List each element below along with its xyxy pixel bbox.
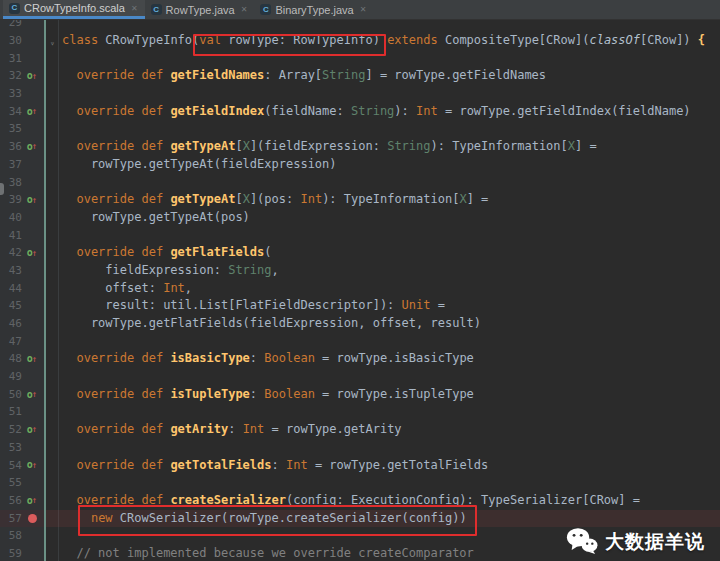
gutter[interactable]: 57: [0, 510, 44, 528]
breakpoint-icon[interactable]: [22, 514, 42, 523]
override-marker-icon[interactable]: o↑: [22, 460, 42, 470]
override-marker-icon[interactable]: o↑: [22, 71, 42, 81]
override-marker-icon[interactable]: o↑: [22, 354, 42, 364]
code-text[interactable]: override def getFieldIndex(fieldName: St…: [46, 103, 720, 121]
line-number[interactable]: 35: [0, 120, 22, 138]
override-marker-icon[interactable]: o↑: [22, 390, 42, 400]
line-number[interactable]: 32: [0, 67, 22, 85]
code-text[interactable]: [46, 403, 720, 421]
override-marker-icon[interactable]: o↑: [22, 107, 42, 117]
line-number[interactable]: 52: [0, 421, 22, 439]
gutter[interactable]: 40: [0, 209, 44, 227]
code-text[interactable]: [46, 439, 720, 457]
gutter[interactable]: 34o↑: [0, 103, 44, 121]
gutter[interactable]: 43: [0, 262, 44, 280]
line-number[interactable]: 45: [0, 297, 22, 315]
gutter[interactable]: 58: [0, 527, 44, 545]
gutter[interactable]: 47: [0, 333, 44, 351]
line-number[interactable]: 50: [0, 386, 22, 404]
gutter[interactable]: 51: [0, 403, 44, 421]
gutter[interactable]: 54o↑: [0, 457, 44, 475]
close-icon[interactable]: ✕: [131, 4, 138, 13]
line-number[interactable]: 34: [0, 103, 22, 121]
code-text[interactable]: [46, 50, 720, 68]
code-text[interactable]: override def getFieldNames: Array[String…: [46, 67, 720, 85]
tab-rowtype-java[interactable]: CRowType.java✕: [145, 0, 255, 19]
code-text[interactable]: override def getTypeAt[X](pos: Int): Typ…: [46, 191, 720, 209]
line-number[interactable]: 33: [0, 85, 22, 103]
gutter[interactable]: 31: [0, 50, 44, 68]
line-number[interactable]: 29: [0, 20, 22, 32]
code-text[interactable]: override def createSerializer(config: Ex…: [46, 492, 720, 510]
gutter[interactable]: 35: [0, 120, 44, 138]
gutter[interactable]: 39o↑: [0, 191, 44, 209]
line-number[interactable]: 55: [0, 474, 22, 492]
tab-crowtypeinfo-scala[interactable]: CCRowTypeInfo.scala✕: [3, 0, 145, 19]
gutter[interactable]: 59: [0, 545, 44, 561]
line-number[interactable]: 47: [0, 333, 22, 351]
gutter[interactable]: 37: [0, 156, 44, 174]
gutter[interactable]: 45: [0, 297, 44, 315]
gutter[interactable]: 49: [0, 368, 44, 386]
line-number[interactable]: 31: [0, 50, 22, 68]
close-icon[interactable]: ✕: [241, 5, 248, 14]
gutter[interactable]: 53: [0, 439, 44, 457]
code-text[interactable]: override def isBasicType: Boolean = rowT…: [46, 350, 720, 368]
line-number[interactable]: 36: [0, 138, 22, 156]
line-number[interactable]: 56: [0, 492, 22, 510]
gutter[interactable]: 38: [0, 174, 44, 192]
code-text[interactable]: offset: Int,: [46, 280, 720, 298]
gutter[interactable]: 46: [0, 315, 44, 333]
code-text[interactable]: rowType.getFlatFields(fieldExpression, o…: [46, 315, 720, 333]
code-text[interactable]: override def getTypeAt[X](fieldExpressio…: [46, 138, 720, 156]
line-number[interactable]: 41: [0, 227, 22, 245]
gutter[interactable]: 50o↑: [0, 386, 44, 404]
line-number[interactable]: 44: [0, 280, 22, 298]
gutter[interactable]: 41: [0, 227, 44, 245]
code-text[interactable]: override def getFlatFields(: [46, 244, 720, 262]
gutter[interactable]: 42o↑: [0, 244, 44, 262]
code-text[interactable]: override def isTupleType: Boolean = rowT…: [46, 386, 720, 404]
code-text[interactable]: [46, 174, 720, 192]
code-text[interactable]: [46, 474, 720, 492]
gutter[interactable]: 48o↑: [0, 350, 44, 368]
gutter[interactable]: 52o↑: [0, 421, 44, 439]
tab-binarytype-java[interactable]: CBinaryType.java✕: [254, 0, 373, 19]
line-number[interactable]: 59: [0, 545, 22, 561]
line-number[interactable]: 54: [0, 457, 22, 475]
gutter[interactable]: 56o↑: [0, 492, 44, 510]
line-number[interactable]: 37: [0, 156, 22, 174]
code-text[interactable]: [46, 20, 720, 32]
line-number[interactable]: 53: [0, 439, 22, 457]
line-number[interactable]: 48: [0, 350, 22, 368]
code-text[interactable]: result: util.List[FlatFieldDescriptor]):…: [46, 297, 720, 315]
override-marker-icon[interactable]: o↑: [22, 425, 42, 435]
override-marker-icon[interactable]: o↑: [22, 496, 42, 506]
code-text[interactable]: new CRowSerializer(rowType.createSeriali…: [46, 510, 720, 528]
gutter[interactable]: 36o↑: [0, 138, 44, 156]
line-number[interactable]: 51: [0, 403, 22, 421]
code-text[interactable]: [46, 227, 720, 245]
override-marker-icon[interactable]: o↑: [22, 195, 42, 205]
gutter[interactable]: 32o↑: [0, 67, 44, 85]
line-number[interactable]: 46: [0, 315, 22, 333]
override-marker-icon[interactable]: o↑: [22, 142, 42, 152]
gutter[interactable]: 33: [0, 85, 44, 103]
line-number[interactable]: 30: [0, 32, 22, 50]
override-marker-icon[interactable]: o↑: [22, 248, 42, 258]
code-text[interactable]: [46, 120, 720, 138]
gutter[interactable]: 29: [0, 20, 44, 32]
code-text[interactable]: override def getTotalFields: Int = rowTy…: [46, 457, 720, 475]
line-number[interactable]: 42: [0, 244, 22, 262]
code-text[interactable]: override def getArity: Int = rowType.get…: [46, 421, 720, 439]
gutter[interactable]: 30: [0, 32, 44, 50]
line-number[interactable]: 58: [0, 527, 22, 545]
code-text[interactable]: rowType.getTypeAt(fieldExpression): [46, 156, 720, 174]
close-icon[interactable]: ✕: [360, 5, 367, 14]
code-text[interactable]: [46, 333, 720, 351]
code-text[interactable]: [46, 85, 720, 103]
gutter[interactable]: 55: [0, 474, 44, 492]
code-text[interactable]: rowType.getTypeAt(pos): [46, 209, 720, 227]
line-number[interactable]: 49: [0, 368, 22, 386]
gutter[interactable]: 44: [0, 280, 44, 298]
